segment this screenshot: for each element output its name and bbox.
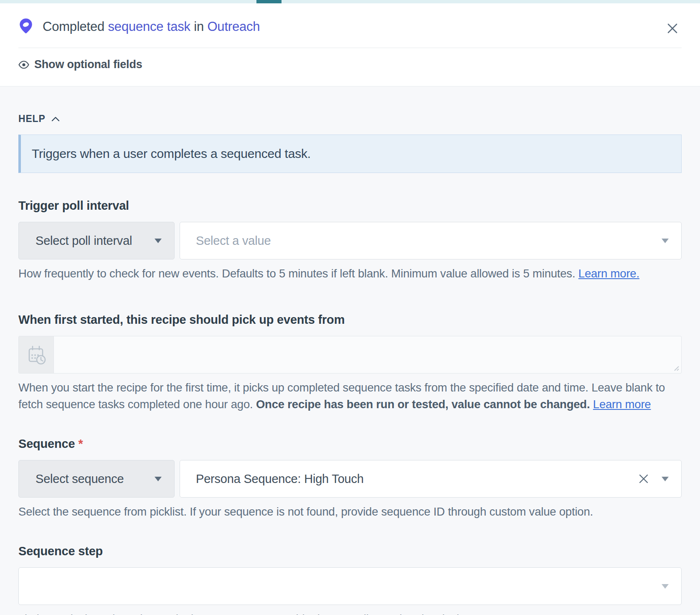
panel-body: HELP Triggers when a user completes a se… [0, 113, 700, 615]
poll-interval-placeholder: Select a value [196, 234, 271, 248]
poll-interval-help: How frequently to check for new events. … [18, 265, 682, 282]
show-optional-fields-label: Show optional fields [34, 58, 142, 71]
sequence-row: Select sequence Persona Sequence: High T… [18, 460, 682, 498]
pick-up-from-help-bold: Once recipe has been run or tested, valu… [256, 398, 590, 411]
top-progress-segment [256, 0, 282, 3]
sequence-step-help: Limit to only the selected steps in the … [18, 611, 682, 615]
title-app-link[interactable]: Outreach [207, 19, 260, 34]
help-callout: Triggers when a user completes a sequenc… [18, 135, 682, 173]
help-callout-text: Triggers when a user completes a sequenc… [32, 147, 311, 161]
sequence-label-text: Sequence [18, 437, 75, 450]
show-optional-fields-toggle[interactable]: Show optional fields [18, 48, 682, 86]
sequence-value: Persona Sequence: High Touch [196, 472, 364, 486]
poll-interval-mode-label: Select poll interval [36, 234, 132, 248]
poll-interval-value-input[interactable]: Select a value [180, 222, 682, 259]
pick-up-from-help: When you start the recipe for the first … [18, 379, 682, 413]
clear-value-icon[interactable] [638, 473, 649, 484]
title-connector: in [194, 19, 204, 34]
help-collapse-toggle[interactable]: HELP [18, 113, 682, 125]
sequence-step-input[interactable] [18, 567, 682, 605]
poll-interval-help-text: How frequently to check for new events. … [18, 267, 578, 280]
caret-down-icon[interactable] [662, 477, 669, 481]
caret-down-icon[interactable] [662, 239, 669, 243]
top-progress-bar [0, 0, 700, 3]
poll-interval-label: Trigger poll interval [18, 199, 682, 213]
poll-interval-mode-select[interactable]: Select poll interval [18, 222, 175, 259]
required-asterisk: * [78, 437, 83, 450]
caret-down-icon [155, 239, 162, 243]
caret-down-icon[interactable] [662, 584, 669, 589]
datetime-picker-button[interactable] [19, 336, 54, 373]
help-label: HELP [18, 113, 46, 125]
calendar-clock-icon [25, 344, 47, 366]
panel-header: Completed sequence task in Outreach Show… [0, 3, 700, 86]
poll-interval-learn-more-link[interactable]: Learn more. [578, 267, 639, 280]
pick-up-from-input[interactable] [18, 336, 682, 374]
title-action-link[interactable]: sequence task [108, 19, 190, 34]
title-row: Completed sequence task in Outreach [18, 3, 682, 35]
page-title: Completed sequence task in Outreach [43, 19, 260, 34]
sequence-value-input[interactable]: Persona Sequence: High Touch [180, 460, 682, 498]
sequence-step-label: Sequence step [18, 544, 682, 558]
pick-up-from-learn-more-link[interactable]: Learn more [593, 398, 651, 411]
close-button[interactable] [664, 20, 681, 37]
sequence-mode-select[interactable]: Select sequence [18, 460, 175, 498]
title-prefix: Completed [43, 19, 104, 34]
close-icon [665, 21, 680, 36]
chevron-up-icon [51, 117, 60, 122]
poll-interval-row: Select poll interval Select a value [18, 222, 682, 259]
eye-icon [18, 61, 29, 69]
trigger-config-panel: Completed sequence task in Outreach Show… [0, 0, 700, 615]
sequence-label: Sequence* [18, 437, 682, 451]
pick-up-from-label: When first started, this recipe should p… [18, 313, 682, 327]
sequence-mode-label: Select sequence [36, 472, 124, 486]
caret-down-icon [155, 477, 162, 481]
outreach-app-icon [18, 18, 33, 35]
sequence-help: Select the sequence from picklist. If yo… [18, 503, 682, 520]
resize-handle[interactable] [672, 364, 680, 371]
